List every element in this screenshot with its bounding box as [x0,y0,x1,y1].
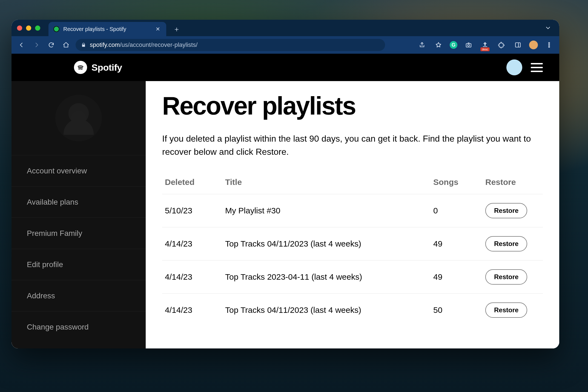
tab-title: Recover playlists - Spotify [63,26,126,32]
sidebar-item-label: Change password [27,323,89,331]
sidebar-item-address[interactable]: Address [12,280,146,311]
extension-desc-icon[interactable]: desc [480,40,490,50]
bookmark-star-icon[interactable] [433,40,444,50]
new-tab-button[interactable]: ＋ [171,24,182,35]
spotify-logo[interactable]: Spotify [74,61,122,74]
cell-deleted: 4/14/23 [162,260,222,293]
sidebar-item-label: Premium Family [27,229,82,238]
kebab-menu-icon[interactable] [544,40,554,50]
sidebar-item-label: Account overview [27,167,87,175]
window-minimize-button[interactable] [26,25,31,31]
cell-deleted: 4/14/23 [162,227,222,260]
forward-button[interactable] [31,40,42,50]
cell-songs: 0 [431,194,483,227]
cell-title: Top Tracks 04/11/2023 (last 4 weeks) [222,227,431,260]
window-close-button[interactable] [17,25,22,31]
tabs-search-button[interactable] [543,23,553,33]
back-button[interactable] [16,40,27,50]
recover-table: Deleted Title Songs Restore 5/10/23 My P… [162,171,543,327]
sidebar-item-edit-profile[interactable]: Edit profile [12,249,146,280]
tab-strip: Recover playlists - Spotify ✕ ＋ [12,20,559,36]
cell-songs: 49 [431,260,483,293]
svg-point-4 [549,44,550,45]
main-content: Recover playlists If you deleted a playl… [146,81,559,348]
cell-songs: 49 [431,227,483,260]
toolbar-actions: G desc [417,40,554,50]
sidebar-item-available-plans[interactable]: Available plans [12,186,146,218]
lock-icon [81,42,86,47]
side-panel-icon[interactable] [513,40,523,50]
col-songs: Songs [431,171,483,194]
col-deleted: Deleted [162,171,222,194]
svg-point-5 [549,46,550,47]
window-zoom-button[interactable] [35,25,40,31]
url-path: /us/account/recover-playlists/ [120,41,198,48]
table-row: 4/14/23 Top Tracks 04/11/2023 (last 4 we… [162,293,543,327]
extension-desc-label: desc [480,47,489,51]
account-sidebar: Account overview Available plans Premium… [12,81,146,348]
sidebar-item-change-password[interactable]: Change password [12,311,146,342]
svg-rect-2 [515,43,520,47]
restore-button[interactable]: Restore [485,269,527,285]
cell-title: My Playlist #30 [222,194,431,227]
svg-point-3 [549,42,550,44]
sidebar-item-account-overview[interactable]: Account overview [12,155,146,186]
col-title: Title [222,171,431,194]
cell-deleted: 5/10/23 [162,194,222,227]
cell-title: Top Tracks 04/11/2023 (last 4 weeks) [222,293,431,327]
extension-camera-icon[interactable] [463,40,474,50]
home-button[interactable] [61,40,71,50]
browser-window: Recover playlists - Spotify ✕ ＋ spotify.… [12,20,559,348]
tab-close-icon[interactable]: ✕ [156,26,160,32]
restore-button[interactable]: Restore [485,236,527,251]
page-body: Account overview Available plans Premium… [12,81,559,348]
table-row: 4/14/23 Top Tracks 2023-04-11 (last 4 we… [162,260,543,293]
spotify-logo-icon [74,61,87,74]
address-bar[interactable]: spotify.com/us/account/recover-playlists… [76,39,385,51]
page-content: Spotify Account overview Available plans… [12,54,559,348]
extensions-puzzle-icon[interactable] [496,40,507,50]
profile-avatar-icon[interactable] [529,41,538,49]
col-restore: Restore [483,171,543,194]
reload-button[interactable] [46,40,56,50]
svg-point-1 [468,44,470,46]
page-description: If you deleted a playlist within the las… [162,132,543,158]
account-avatar-icon[interactable] [507,60,521,75]
avatar-placeholder-icon [55,95,102,141]
table-row: 4/14/23 Top Tracks 04/11/2023 (last 4 we… [162,227,543,260]
cell-deleted: 4/14/23 [162,293,222,327]
spotify-wordmark: Spotify [91,62,122,73]
browser-toolbar: spotify.com/us/account/recover-playlists… [12,36,559,54]
restore-button[interactable]: Restore [485,203,527,218]
share-icon[interactable] [417,40,427,50]
extension-grammarly-icon[interactable]: G [450,41,457,49]
cell-songs: 50 [431,293,483,327]
hamburger-menu-icon[interactable] [531,63,543,72]
site-header: Spotify [12,54,559,81]
browser-tab[interactable]: Recover playlists - Spotify ✕ [48,22,166,36]
spotify-favicon-icon [53,26,59,32]
sidebar-item-label: Address [27,291,55,300]
cell-title: Top Tracks 2023-04-11 (last 4 weeks) [222,260,431,293]
sidebar-avatar-zone [12,81,146,155]
page-title: Recover playlists [162,93,543,119]
window-controls [17,20,48,36]
table-row: 5/10/23 My Playlist #30 0 Restore [162,194,543,227]
sidebar-item-premium-family[interactable]: Premium Family [12,218,146,249]
url-domain: spotify.com [90,41,120,48]
restore-button[interactable]: Restore [485,302,527,318]
sidebar-item-label: Available plans [27,198,78,207]
sidebar-item-label: Edit profile [27,260,63,269]
